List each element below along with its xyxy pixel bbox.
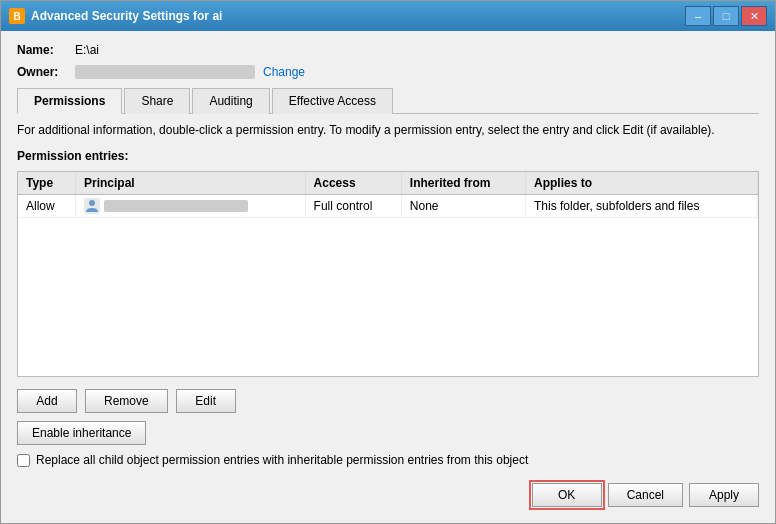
tab-effective-access[interactable]: Effective Access bbox=[272, 88, 393, 114]
owner-value bbox=[75, 65, 255, 79]
row-inherited-from: None bbox=[401, 194, 525, 217]
table-header-row: Type Principal Access Inherited from App… bbox=[18, 172, 758, 195]
owner-label: Owner: bbox=[17, 65, 67, 79]
remove-button[interactable]: Remove bbox=[85, 389, 168, 413]
title-bar: B Advanced Security Settings for ai – □ … bbox=[1, 1, 775, 31]
description-text: For additional information, double-click… bbox=[17, 122, 759, 139]
tab-share[interactable]: Share bbox=[124, 88, 190, 114]
change-link[interactable]: Change bbox=[263, 65, 305, 79]
main-window: B Advanced Security Settings for ai – □ … bbox=[0, 0, 776, 524]
tab-auditing[interactable]: Auditing bbox=[192, 88, 269, 114]
maximize-button[interactable]: □ bbox=[713, 6, 739, 26]
row-access: Full control bbox=[305, 194, 401, 217]
permission-table-container: Type Principal Access Inherited from App… bbox=[17, 171, 759, 377]
tab-permissions[interactable]: Permissions bbox=[17, 88, 122, 114]
name-value: E:\ai bbox=[75, 43, 99, 57]
dialog-content: Name: E:\ai Owner: Change Permissions Sh… bbox=[1, 31, 775, 523]
row-applies-to: This folder, subfolders and files bbox=[526, 194, 758, 217]
permission-entries-label: Permission entries: bbox=[17, 149, 759, 163]
row-type: Allow bbox=[18, 194, 75, 217]
minimize-button[interactable]: – bbox=[685, 6, 711, 26]
user-icon bbox=[84, 198, 100, 214]
window-title: Advanced Security Settings for ai bbox=[31, 9, 685, 23]
cancel-button[interactable]: Cancel bbox=[608, 483, 683, 507]
name-label: Name: bbox=[17, 43, 67, 57]
replace-checkbox[interactable] bbox=[17, 454, 30, 467]
permission-table: Type Principal Access Inherited from App… bbox=[18, 172, 758, 218]
edit-button[interactable]: Edit bbox=[176, 389, 236, 413]
col-access: Access bbox=[305, 172, 401, 195]
name-row: Name: E:\ai bbox=[17, 43, 759, 57]
action-buttons: Add Remove Edit bbox=[17, 389, 759, 413]
close-button[interactable]: ✕ bbox=[741, 6, 767, 26]
row-principal: P_S————-Ai (—————) bbox=[75, 194, 305, 217]
col-inherited-from: Inherited from bbox=[401, 172, 525, 195]
enable-inheritance-button[interactable]: Enable inheritance bbox=[17, 421, 146, 445]
add-button[interactable]: Add bbox=[17, 389, 77, 413]
col-type: Type bbox=[18, 172, 75, 195]
tab-bar: Permissions Share Auditing Effective Acc… bbox=[17, 87, 759, 114]
ok-button[interactable]: OK bbox=[532, 483, 602, 507]
svg-point-1 bbox=[89, 200, 95, 206]
table-row[interactable]: Allow P_S————-Ai (—————) bbox=[18, 194, 758, 217]
enable-inheritance-row: Enable inheritance bbox=[17, 421, 759, 445]
col-principal: Principal bbox=[75, 172, 305, 195]
title-buttons: – □ ✕ bbox=[685, 6, 767, 26]
row-principal-text: P_S————-Ai (—————) bbox=[104, 200, 248, 212]
footer-buttons: OK Cancel Apply bbox=[17, 475, 759, 511]
owner-row: Owner: Change bbox=[17, 65, 759, 79]
col-applies-to: Applies to bbox=[526, 172, 758, 195]
apply-button[interactable]: Apply bbox=[689, 483, 759, 507]
app-icon: B bbox=[9, 8, 25, 24]
replace-checkbox-label: Replace all child object permission entr… bbox=[36, 453, 528, 467]
replace-checkbox-row: Replace all child object permission entr… bbox=[17, 453, 759, 467]
